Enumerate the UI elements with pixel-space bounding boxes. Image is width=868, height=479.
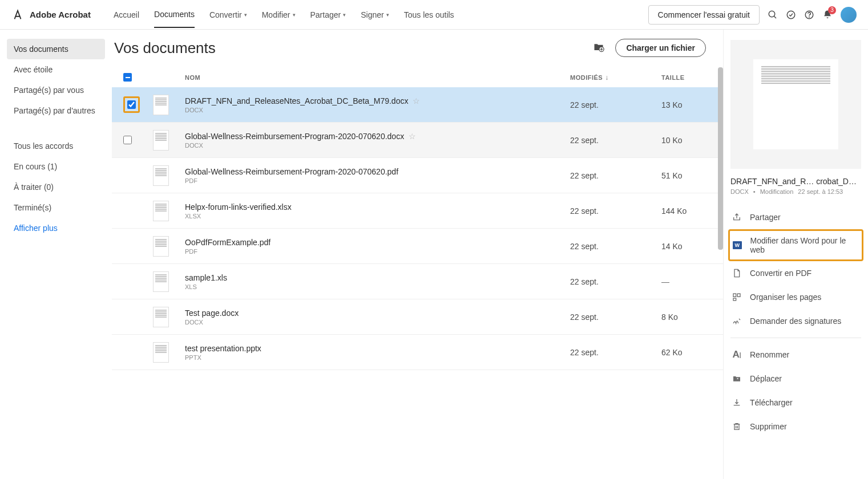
sidebar-item-termines[interactable]: Terminé(s) [7, 197, 105, 218]
panel-file-type: DOCX [730, 188, 749, 195]
table-row[interactable]: DRAFT_NFN_and_ReleaseNtes_Acrobat_DC_Bet… [112, 87, 723, 123]
file-date: 22 sept. [570, 312, 661, 322]
rename-icon: A| [732, 350, 742, 360]
file-thumbnail [153, 165, 169, 186]
avatar[interactable] [841, 7, 857, 23]
file-date: 22 sept. [570, 136, 661, 145]
preview-thumbnail [753, 59, 838, 149]
sidebar: Vos documents Avec étoile Partagé(s) par… [0, 30, 112, 479]
star-icon[interactable]: ☆ [409, 132, 416, 141]
table-row[interactable]: sample1.xlsXLS22 sept.— [112, 264, 723, 299]
app-logo[interactable]: Adobe Acrobat [11, 9, 91, 21]
pdf-icon [732, 268, 742, 278]
file-type: PDF [185, 248, 570, 255]
sidebar-item-vos-documents[interactable]: Vos documents [7, 39, 105, 59]
document-preview[interactable] [730, 40, 861, 169]
action-organize[interactable]: Organiser les pages [730, 285, 861, 309]
sidebar-item-partage-par-autres[interactable]: Partagé(s) par d'autres [7, 100, 105, 121]
file-name: test presentation.pptx [185, 344, 570, 353]
nav-partager[interactable]: Partager▾ [310, 2, 346, 28]
nav-tous-outils[interactable]: Tous les outils [404, 2, 454, 28]
notification-badge: 3 [828, 6, 836, 14]
top-nav: Adobe Acrobat Accueil Documents Converti… [0, 0, 868, 30]
scrollbar[interactable] [718, 67, 723, 250]
chevron-down-icon: ▾ [386, 12, 389, 18]
action-share[interactable]: Partager [730, 205, 861, 229]
nav-documents[interactable]: Documents [154, 2, 195, 28]
action-edit-word[interactable]: W Modifier dans Word pour le web [728, 229, 863, 261]
file-type: PDF [185, 177, 570, 184]
svg-line-1 [774, 16, 776, 18]
file-size: 8 Ko [661, 312, 715, 322]
nav-signer[interactable]: Signer▾ [361, 2, 389, 28]
table-row[interactable]: Test page.docxDOCX22 sept.8 Ko [112, 299, 723, 335]
main-header: Vos documents Charger un fichier [112, 39, 723, 67]
file-thumbnail [153, 95, 169, 115]
divider [730, 338, 861, 338]
trial-button[interactable]: Commencer l'essai gratuit [648, 5, 760, 25]
sidebar-show-more[interactable]: Afficher plus [7, 218, 105, 238]
action-convert-pdf[interactable]: Convertir en PDF [730, 261, 861, 285]
svg-rect-9 [737, 294, 740, 297]
column-name[interactable]: NOM [185, 74, 570, 81]
action-signatures[interactable]: Demander des signatures [730, 309, 861, 333]
file-thumbnail [153, 130, 169, 151]
column-size[interactable]: TAILLE [661, 74, 715, 81]
action-delete[interactable]: Supprimer [730, 415, 861, 439]
action-rename[interactable]: A| Renommer [730, 343, 861, 367]
row-checkbox[interactable] [123, 136, 132, 144]
table-row[interactable]: test presentation.pptxPPTX22 sept.62 Ko [112, 335, 723, 370]
search-icon[interactable] [768, 10, 778, 20]
star-icon[interactable]: ☆ [413, 96, 420, 105]
app-name: Adobe Acrobat [30, 10, 91, 19]
row-checkbox[interactable] [127, 100, 136, 109]
word-icon: W [732, 240, 742, 250]
table-row[interactable]: Global-Wellness-Reimbursement-Program-20… [112, 123, 723, 158]
file-date: 22 sept. [570, 171, 661, 180]
nav-modifier[interactable]: Modifier▾ [262, 2, 296, 28]
help-icon[interactable] [804, 10, 814, 20]
action-move[interactable]: Déplacer [730, 367, 861, 391]
panel-mod-label: Modification [760, 188, 794, 195]
table-row[interactable]: Global-Wellness-Reimbursement-Program-20… [112, 158, 723, 193]
trash-icon [732, 421, 742, 432]
sidebar-item-tous-accords[interactable]: Tous les accords [7, 136, 105, 156]
chevron-down-icon: ▾ [244, 12, 247, 18]
acrobat-icon [11, 9, 24, 21]
file-thumbnail [153, 271, 169, 292]
check-icon[interactable] [786, 10, 796, 20]
file-size: — [661, 277, 715, 286]
organize-icon [732, 292, 742, 302]
file-table: NOM MODIFIÉS↓ TAILLE DRAFT_NFN_and_Relea… [112, 67, 723, 479]
select-all-checkbox[interactable] [120, 73, 153, 82]
file-thumbnail [153, 342, 169, 363]
sidebar-item-partage-par-vous[interactable]: Partagé(s) par vous [7, 80, 105, 100]
chevron-down-icon: ▾ [293, 12, 296, 18]
sort-arrow-icon: ↓ [605, 74, 609, 82]
sidebar-item-avec-etoile[interactable]: Avec étoile [7, 59, 105, 80]
action-download[interactable]: Télécharger [730, 391, 861, 415]
sidebar-item-en-cours[interactable]: En cours (1) [7, 156, 105, 177]
notifications-icon[interactable]: 3 [822, 10, 833, 20]
file-thumbnail [153, 307, 169, 327]
file-type: PPTX [185, 354, 570, 361]
file-date: 22 sept. [570, 206, 661, 216]
nav-convertir[interactable]: Convertir▾ [209, 2, 247, 28]
nav-accueil[interactable]: Accueil [114, 2, 139, 28]
file-date: 22 sept. [570, 100, 661, 109]
file-size: 51 Ko [661, 171, 715, 180]
column-modified[interactable]: MODIFIÉS↓ [570, 74, 661, 82]
table-header: NOM MODIFIÉS↓ TAILLE [112, 67, 723, 87]
file-type: DOCX [185, 107, 570, 113]
topnav-right: Commencer l'essai gratuit 3 [648, 5, 857, 25]
add-folder-icon[interactable] [592, 42, 605, 54]
download-icon [732, 397, 742, 408]
table-row[interactable]: Helpx-forum-links-verified.xlsxXLSX22 se… [112, 193, 723, 229]
table-row[interactable]: OoPdfFormExample.pdfPDF22 sept.14 Ko [112, 229, 723, 264]
sidebar-item-a-traiter[interactable]: À traiter (0) [7, 177, 105, 197]
upload-button[interactable]: Charger un fichier [615, 39, 706, 57]
file-type: XLS [185, 283, 570, 290]
file-type: XLSX [185, 213, 570, 220]
checkbox-indeterminate-icon [123, 73, 132, 82]
svg-point-0 [769, 11, 775, 17]
